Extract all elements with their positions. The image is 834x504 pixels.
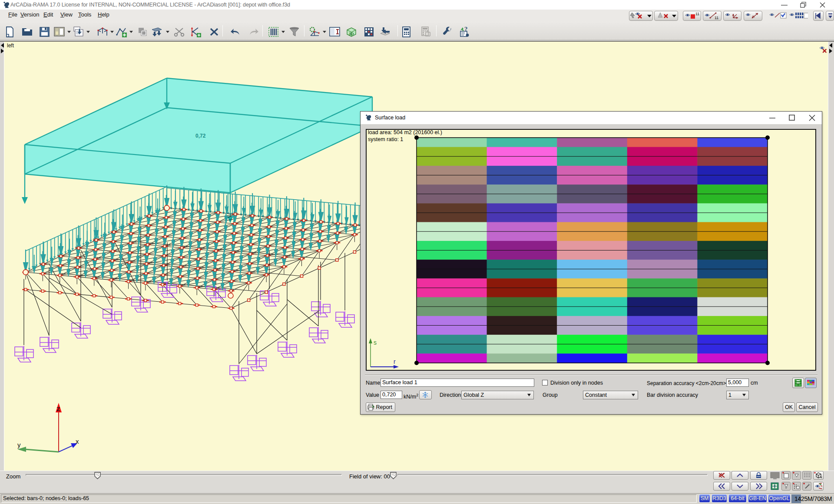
svg-text:0,72: 0,72	[195, 133, 206, 139]
svg-text:y: y	[17, 441, 21, 448]
svg-text:11: 11	[715, 16, 718, 20]
svg-text:?: ?	[464, 26, 468, 33]
svg-text:r: r	[394, 358, 396, 365]
svg-text:s: s	[374, 339, 377, 346]
svg-text:z: z	[56, 405, 60, 413]
svg-text:x: x	[76, 438, 79, 445]
svg-text:11: 11	[695, 12, 699, 16]
svg-text:3D: 3D	[349, 32, 354, 36]
